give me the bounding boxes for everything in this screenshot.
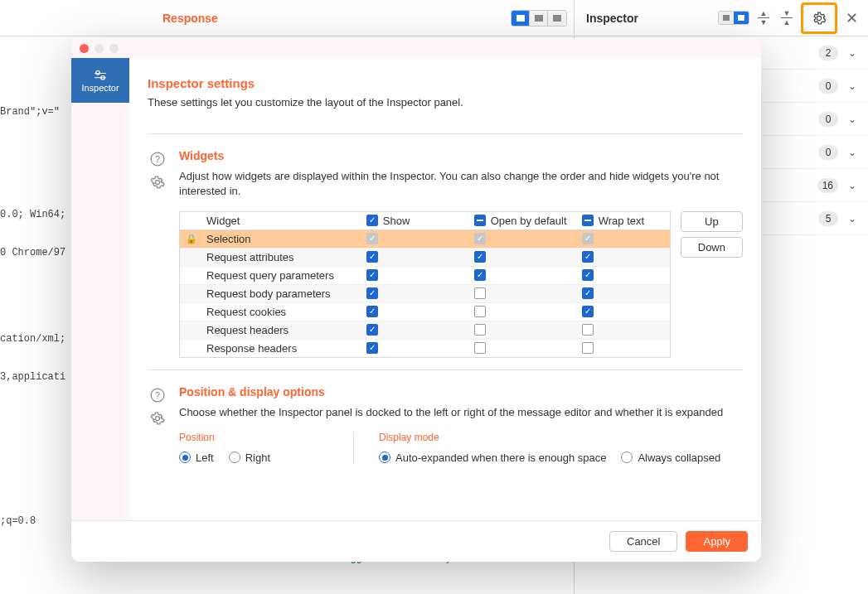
col-show-check[interactable] — [366, 215, 378, 226]
help-icon[interactable]: ? — [149, 151, 166, 167]
svg-text:?: ? — [155, 154, 160, 164]
settings-desc: These settings let you customize the lay… — [148, 95, 743, 110]
expand-icon[interactable]: ▲▼ — [754, 9, 773, 27]
inspector-dock-toggle[interactable] — [718, 11, 749, 25]
col-open-check[interactable] — [474, 215, 486, 226]
show-check[interactable] — [366, 251, 378, 263]
position-label: Position — [179, 432, 320, 443]
show-check[interactable] — [366, 269, 378, 281]
open-check[interactable] — [474, 287, 486, 299]
widget-name: Request query parameters — [203, 267, 363, 284]
table-row[interactable]: Request body parameters — [180, 285, 670, 303]
radio-auto[interactable]: Auto-expanded when there is enough space — [379, 452, 606, 464]
chevron-down-icon: ⌄ — [848, 180, 856, 191]
col-wrap-check[interactable] — [582, 215, 594, 226]
count-badge: 0 — [818, 112, 838, 127]
radio-always[interactable]: Always collapsed — [621, 452, 720, 464]
position-heading: Position & display options — [179, 385, 743, 398]
radio-right[interactable]: Right — [229, 452, 270, 464]
show-check[interactable] — [366, 287, 378, 299]
response-title: Response — [162, 12, 218, 25]
widgets-table: Widget Show Open by default Wrap text 🔒 … — [179, 211, 671, 358]
count-badge: 16 — [817, 178, 838, 193]
down-button[interactable]: Down — [681, 237, 743, 258]
table-row[interactable]: 🔒 Selection — [180, 230, 670, 249]
inspector-title: Inspector — [586, 12, 713, 25]
open-check[interactable] — [474, 251, 486, 263]
count-badge: 0 — [818, 145, 838, 160]
table-row[interactable]: Request query parameters — [180, 267, 670, 285]
open-check[interactable] — [474, 269, 486, 281]
chevron-down-icon: ⌄ — [848, 113, 856, 125]
open-check[interactable] — [474, 342, 486, 354]
svg-text:?: ? — [155, 390, 160, 400]
count-badge: 0 — [818, 79, 838, 94]
position-desc: Choose whether the Inspector panel is do… — [179, 405, 743, 420]
up-button[interactable]: Up — [681, 211, 743, 232]
radio-left[interactable]: Left — [179, 452, 214, 464]
close-icon[interactable]: ✕ — [842, 9, 861, 27]
widget-name: Response headers — [203, 340, 363, 357]
collapse-icon[interactable]: ▼▲ — [778, 9, 796, 27]
widget-name: Request body parameters — [203, 285, 363, 302]
table-row[interactable]: Request cookies — [180, 303, 670, 321]
window-titlebar — [71, 38, 761, 58]
inspector-icon — [93, 69, 108, 80]
apply-button[interactable]: Apply — [686, 531, 748, 552]
response-view-toggle[interactable] — [511, 10, 567, 27]
help-icon[interactable]: ? — [149, 387, 166, 403]
display-mode-label: Display mode — [379, 432, 720, 443]
chevron-down-icon: ⌄ — [848, 47, 856, 59]
widget-name: Request attributes — [203, 249, 363, 266]
wrap-check[interactable] — [582, 269, 594, 281]
table-row[interactable]: Response headers — [180, 340, 670, 357]
chevron-down-icon: ⌄ — [848, 80, 856, 92]
wrap-check[interactable] — [582, 233, 594, 244]
show-check[interactable] — [366, 233, 378, 244]
widgets-desc: Adjust how widgets are displayed within … — [179, 169, 743, 199]
gear-icon[interactable] — [149, 174, 166, 191]
sidebar-tab-inspector[interactable]: Inspector — [71, 58, 129, 103]
table-row[interactable]: Request headers — [180, 321, 670, 340]
count-badge: 2 — [818, 46, 838, 60]
gear-icon — [812, 11, 827, 26]
settings-title: Inspector settings — [148, 76, 743, 90]
widget-name: Selection — [203, 230, 363, 248]
cancel-button[interactable]: Cancel — [609, 531, 677, 552]
traffic-max-icon — [109, 44, 119, 53]
inspector-settings-button[interactable] — [801, 2, 837, 34]
open-check[interactable] — [474, 306, 486, 317]
wrap-check[interactable] — [582, 342, 594, 354]
widget-name: Request cookies — [203, 303, 363, 321]
wrap-check[interactable] — [582, 287, 594, 299]
count-badge: 5 — [818, 211, 838, 226]
wrap-check[interactable] — [582, 306, 594, 317]
show-check[interactable] — [366, 306, 378, 317]
traffic-min-icon — [95, 44, 104, 53]
gear-icon[interactable] — [149, 410, 166, 427]
traffic-close-icon[interactable] — [80, 44, 89, 53]
inspector-settings-dialog: Inspector Inspector settings These setti… — [71, 38, 761, 562]
widgets-heading: Widgets — [179, 149, 743, 162]
widget-name: Request headers — [203, 321, 363, 339]
table-row[interactable]: Request attributes — [180, 249, 670, 267]
chevron-down-icon: ⌄ — [848, 147, 856, 158]
chevron-down-icon: ⌄ — [848, 213, 856, 225]
col-widget: Widget — [203, 212, 363, 229]
wrap-check[interactable] — [582, 324, 594, 336]
show-check[interactable] — [366, 342, 378, 354]
open-check[interactable] — [474, 324, 486, 336]
show-check[interactable] — [366, 324, 378, 336]
wrap-check[interactable] — [582, 251, 594, 263]
open-check[interactable] — [474, 233, 486, 244]
